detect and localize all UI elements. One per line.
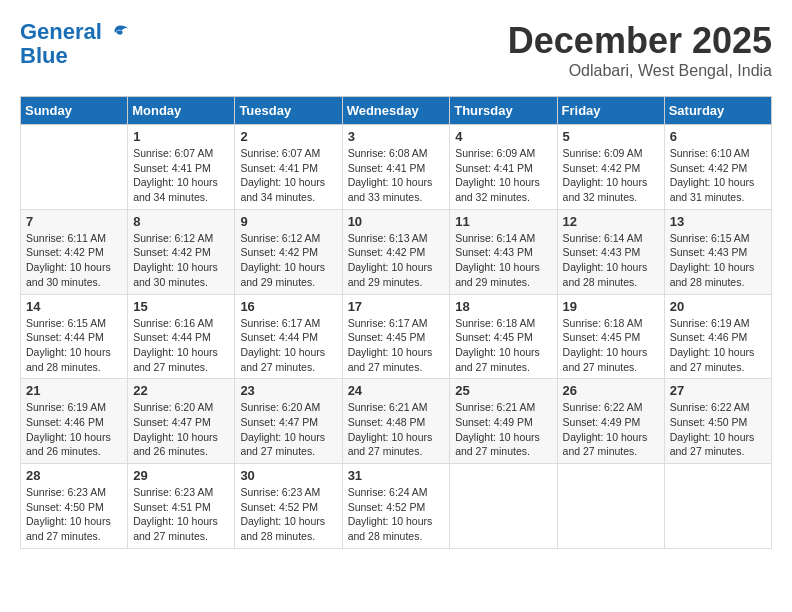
day-info: Sunrise: 6:11 AM Sunset: 4:42 PM Dayligh… — [26, 231, 122, 290]
calendar-cell — [557, 464, 664, 549]
calendar-week-row: 1Sunrise: 6:07 AM Sunset: 4:41 PM Daylig… — [21, 125, 772, 210]
calendar-cell — [450, 464, 557, 549]
day-number: 12 — [563, 214, 659, 229]
calendar-cell: 23Sunrise: 6:20 AM Sunset: 4:47 PM Dayli… — [235, 379, 342, 464]
calendar-week-row: 7Sunrise: 6:11 AM Sunset: 4:42 PM Daylig… — [21, 209, 772, 294]
day-number: 30 — [240, 468, 336, 483]
calendar-cell: 30Sunrise: 6:23 AM Sunset: 4:52 PM Dayli… — [235, 464, 342, 549]
day-number: 9 — [240, 214, 336, 229]
day-number: 8 — [133, 214, 229, 229]
day-info: Sunrise: 6:24 AM Sunset: 4:52 PM Dayligh… — [348, 485, 445, 544]
day-info: Sunrise: 6:16 AM Sunset: 4:44 PM Dayligh… — [133, 316, 229, 375]
calendar-cell: 15Sunrise: 6:16 AM Sunset: 4:44 PM Dayli… — [128, 294, 235, 379]
day-info: Sunrise: 6:13 AM Sunset: 4:42 PM Dayligh… — [348, 231, 445, 290]
logo: General Blue — [20, 20, 130, 68]
weekday-header: Thursday — [450, 97, 557, 125]
calendar-cell: 17Sunrise: 6:17 AM Sunset: 4:45 PM Dayli… — [342, 294, 450, 379]
day-info: Sunrise: 6:10 AM Sunset: 4:42 PM Dayligh… — [670, 146, 766, 205]
calendar-cell: 7Sunrise: 6:11 AM Sunset: 4:42 PM Daylig… — [21, 209, 128, 294]
day-number: 13 — [670, 214, 766, 229]
day-number: 19 — [563, 299, 659, 314]
calendar-cell: 24Sunrise: 6:21 AM Sunset: 4:48 PM Dayli… — [342, 379, 450, 464]
calendar-week-row: 21Sunrise: 6:19 AM Sunset: 4:46 PM Dayli… — [21, 379, 772, 464]
calendar-cell: 9Sunrise: 6:12 AM Sunset: 4:42 PM Daylig… — [235, 209, 342, 294]
day-info: Sunrise: 6:14 AM Sunset: 4:43 PM Dayligh… — [563, 231, 659, 290]
day-info: Sunrise: 6:20 AM Sunset: 4:47 PM Dayligh… — [133, 400, 229, 459]
day-number: 7 — [26, 214, 122, 229]
calendar-week-row: 28Sunrise: 6:23 AM Sunset: 4:50 PM Dayli… — [21, 464, 772, 549]
calendar-header-row: SundayMondayTuesdayWednesdayThursdayFrid… — [21, 97, 772, 125]
day-number: 23 — [240, 383, 336, 398]
day-number: 25 — [455, 383, 551, 398]
day-number: 17 — [348, 299, 445, 314]
day-number: 15 — [133, 299, 229, 314]
day-number: 28 — [26, 468, 122, 483]
calendar-cell: 18Sunrise: 6:18 AM Sunset: 4:45 PM Dayli… — [450, 294, 557, 379]
day-info: Sunrise: 6:17 AM Sunset: 4:44 PM Dayligh… — [240, 316, 336, 375]
day-info: Sunrise: 6:07 AM Sunset: 4:41 PM Dayligh… — [240, 146, 336, 205]
day-info: Sunrise: 6:21 AM Sunset: 4:48 PM Dayligh… — [348, 400, 445, 459]
day-number: 27 — [670, 383, 766, 398]
month-title: December 2025 — [508, 20, 772, 62]
day-number: 31 — [348, 468, 445, 483]
calendar-cell: 10Sunrise: 6:13 AM Sunset: 4:42 PM Dayli… — [342, 209, 450, 294]
day-number: 18 — [455, 299, 551, 314]
logo-text: General — [20, 20, 130, 44]
title-block: December 2025 Odlabari, West Bengal, Ind… — [508, 20, 772, 80]
day-number: 20 — [670, 299, 766, 314]
day-number: 10 — [348, 214, 445, 229]
weekday-header: Wednesday — [342, 97, 450, 125]
calendar-table: SundayMondayTuesdayWednesdayThursdayFrid… — [20, 96, 772, 549]
day-info: Sunrise: 6:08 AM Sunset: 4:41 PM Dayligh… — [348, 146, 445, 205]
day-info: Sunrise: 6:09 AM Sunset: 4:42 PM Dayligh… — [563, 146, 659, 205]
day-number: 14 — [26, 299, 122, 314]
calendar-cell: 1Sunrise: 6:07 AM Sunset: 4:41 PM Daylig… — [128, 125, 235, 210]
calendar-cell: 2Sunrise: 6:07 AM Sunset: 4:41 PM Daylig… — [235, 125, 342, 210]
day-info: Sunrise: 6:09 AM Sunset: 4:41 PM Dayligh… — [455, 146, 551, 205]
day-info: Sunrise: 6:07 AM Sunset: 4:41 PM Dayligh… — [133, 146, 229, 205]
day-number: 16 — [240, 299, 336, 314]
calendar-cell — [664, 464, 771, 549]
calendar-cell: 6Sunrise: 6:10 AM Sunset: 4:42 PM Daylig… — [664, 125, 771, 210]
day-info: Sunrise: 6:12 AM Sunset: 4:42 PM Dayligh… — [133, 231, 229, 290]
page-header: General Blue December 2025 Odlabari, Wes… — [20, 20, 772, 80]
calendar-cell: 20Sunrise: 6:19 AM Sunset: 4:46 PM Dayli… — [664, 294, 771, 379]
day-number: 6 — [670, 129, 766, 144]
day-info: Sunrise: 6:22 AM Sunset: 4:50 PM Dayligh… — [670, 400, 766, 459]
day-info: Sunrise: 6:22 AM Sunset: 4:49 PM Dayligh… — [563, 400, 659, 459]
day-info: Sunrise: 6:15 AM Sunset: 4:43 PM Dayligh… — [670, 231, 766, 290]
weekday-header: Saturday — [664, 97, 771, 125]
day-info: Sunrise: 6:17 AM Sunset: 4:45 PM Dayligh… — [348, 316, 445, 375]
day-info: Sunrise: 6:23 AM Sunset: 4:52 PM Dayligh… — [240, 485, 336, 544]
day-info: Sunrise: 6:19 AM Sunset: 4:46 PM Dayligh… — [26, 400, 122, 459]
logo-blue-text: Blue — [20, 44, 130, 68]
calendar-cell: 28Sunrise: 6:23 AM Sunset: 4:50 PM Dayli… — [21, 464, 128, 549]
calendar-cell: 25Sunrise: 6:21 AM Sunset: 4:49 PM Dayli… — [450, 379, 557, 464]
day-info: Sunrise: 6:21 AM Sunset: 4:49 PM Dayligh… — [455, 400, 551, 459]
calendar-cell: 14Sunrise: 6:15 AM Sunset: 4:44 PM Dayli… — [21, 294, 128, 379]
day-number: 29 — [133, 468, 229, 483]
calendar-cell: 5Sunrise: 6:09 AM Sunset: 4:42 PM Daylig… — [557, 125, 664, 210]
calendar-cell: 31Sunrise: 6:24 AM Sunset: 4:52 PM Dayli… — [342, 464, 450, 549]
day-info: Sunrise: 6:23 AM Sunset: 4:50 PM Dayligh… — [26, 485, 122, 544]
day-number: 3 — [348, 129, 445, 144]
calendar-cell: 21Sunrise: 6:19 AM Sunset: 4:46 PM Dayli… — [21, 379, 128, 464]
day-number: 24 — [348, 383, 445, 398]
weekday-header: Tuesday — [235, 97, 342, 125]
calendar-cell: 26Sunrise: 6:22 AM Sunset: 4:49 PM Dayli… — [557, 379, 664, 464]
day-info: Sunrise: 6:18 AM Sunset: 4:45 PM Dayligh… — [563, 316, 659, 375]
calendar-week-row: 14Sunrise: 6:15 AM Sunset: 4:44 PM Dayli… — [21, 294, 772, 379]
day-info: Sunrise: 6:20 AM Sunset: 4:47 PM Dayligh… — [240, 400, 336, 459]
day-number: 11 — [455, 214, 551, 229]
weekday-header: Sunday — [21, 97, 128, 125]
day-number: 26 — [563, 383, 659, 398]
calendar-cell: 3Sunrise: 6:08 AM Sunset: 4:41 PM Daylig… — [342, 125, 450, 210]
day-number: 22 — [133, 383, 229, 398]
day-number: 1 — [133, 129, 229, 144]
day-number: 21 — [26, 383, 122, 398]
calendar-cell: 12Sunrise: 6:14 AM Sunset: 4:43 PM Dayli… — [557, 209, 664, 294]
calendar-cell: 8Sunrise: 6:12 AM Sunset: 4:42 PM Daylig… — [128, 209, 235, 294]
calendar-cell: 13Sunrise: 6:15 AM Sunset: 4:43 PM Dayli… — [664, 209, 771, 294]
calendar-cell — [21, 125, 128, 210]
day-info: Sunrise: 6:18 AM Sunset: 4:45 PM Dayligh… — [455, 316, 551, 375]
